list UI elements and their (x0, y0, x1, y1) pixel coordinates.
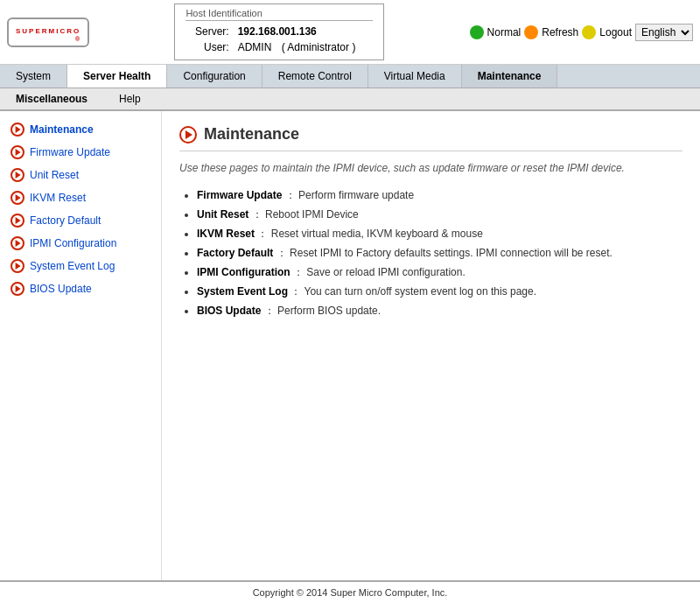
sidebar-item-unit-reset[interactable]: Unit Reset (0, 164, 161, 186)
content-area: Maintenance Use these pages to maintain … (162, 111, 700, 580)
logo: SUPERMICRO ® (7, 18, 89, 47)
ikvm-reset-arrow-icon (10, 191, 24, 205)
list-item: Firmware Update ： Perform firmware updat… (197, 188, 682, 203)
sidebar-item-ipmi-configuration[interactable]: IPMI Configuration (0, 232, 161, 255)
list-key-unit-reset: Unit Reset (197, 208, 248, 221)
list-val-factory-default: Reset IPMI to Factory defaults settings.… (290, 247, 612, 259)
firmware-update-arrow-icon (10, 145, 24, 159)
sidebar-label-ipmi-configuration: IPMI Configuration (30, 237, 116, 249)
list-item: BIOS Update ： Perform BIOS update. (197, 304, 682, 319)
list-key-factory-default: Factory Default (197, 247, 273, 259)
nav-maintenance[interactable]: Maintenance (462, 65, 558, 88)
normal-indicator-icon (470, 25, 484, 39)
nav-system[interactable]: System (0, 65, 67, 88)
list-val-system-event-log: You can turn on/off system event log on … (304, 285, 537, 298)
sidebar: Maintenance Firmware Update Unit Reset I… (0, 111, 162, 580)
list-val-firmware: Perform firmware update (298, 189, 414, 201)
content-list: Firmware Update ： Perform firmware updat… (197, 188, 682, 319)
nav-server-health[interactable]: Server Health (67, 65, 167, 88)
sidebar-label-factory-default: Factory Default (30, 214, 101, 227)
sidebar-label-unit-reset: Unit Reset (30, 169, 79, 181)
list-val-ipmi-config: Save or reload IPMI configuration. (306, 266, 465, 278)
logo-sub-text: SUPERMICRO (16, 27, 80, 35)
footer: Copyright © 2014 Super Micro Computer, I… (0, 580, 700, 603)
sidebar-label-ikvm-reset: IKVM Reset (30, 192, 86, 204)
footer-text: Copyright © 2014 Super Micro Computer, I… (253, 587, 448, 598)
list-item: Factory Default ： Reset IPMI to Factory … (197, 246, 682, 261)
content-title: Maintenance (179, 125, 682, 151)
nav-virtual-media[interactable]: Virtual Media (368, 65, 462, 88)
content-title-icon (179, 126, 197, 144)
sidebar-item-factory-default[interactable]: Factory Default (0, 209, 161, 232)
maintenance-arrow-icon (10, 123, 24, 137)
list-val-ikvm-reset: Reset virtual media, IKVM keyboard & mou… (271, 228, 483, 240)
list-item: Unit Reset ： Reboot IPMI Device (197, 207, 682, 222)
factory-default-arrow-icon (10, 214, 24, 228)
logo-super: ® (16, 36, 80, 42)
sidebar-item-maintenance[interactable]: Maintenance (0, 118, 161, 141)
list-key-ipmi-config: IPMI Configuration (197, 266, 290, 278)
nav-remote-control[interactable]: Remote Control (262, 65, 368, 88)
server-label: Server: (187, 25, 232, 39)
nav-configuration[interactable]: Configuration (167, 65, 262, 88)
sidebar-item-ikvm-reset[interactable]: IKVM Reset (0, 186, 161, 209)
header: SUPERMICRO ® Host Identification Server:… (0, 0, 700, 65)
language-select[interactable]: English (635, 24, 693, 41)
host-identification-box: Host Identification Server: 192.168.001.… (174, 4, 384, 60)
list-key-firmware: Firmware Update (197, 189, 282, 201)
list-item: IKVM Reset ： Reset virtual media, IKVM k… (197, 227, 682, 242)
sidebar-label-system-event-log: System Event Log (30, 260, 115, 272)
page-title: Maintenance (204, 125, 299, 144)
system-event-log-arrow-icon (10, 259, 24, 273)
user-value: ADMIN ( Administrator ) (234, 40, 372, 54)
sidebar-item-bios-update[interactable]: BIOS Update (0, 277, 161, 300)
list-val-bios-update: Perform BIOS update. (277, 305, 381, 317)
sidebar-label-firmware-update: Firmware Update (30, 146, 110, 158)
user-label: User: (187, 40, 232, 54)
main: Maintenance Firmware Update Unit Reset I… (0, 111, 700, 580)
server-value: 192.168.001.136 (234, 25, 372, 39)
list-val-unit-reset: Reboot IPMI Device (265, 208, 359, 221)
list-key-ikvm-reset: IKVM Reset (197, 228, 255, 240)
host-id-label: Host Identification (186, 8, 373, 21)
sub-nav-help[interactable]: Help (103, 88, 157, 109)
nav-bar: System Server Health Configuration Remot… (0, 65, 700, 88)
sub-nav-bar: Miscellaneous Help (0, 88, 700, 111)
normal-label: Normal (487, 26, 522, 39)
sidebar-label-maintenance: Maintenance (30, 123, 94, 136)
refresh-button[interactable]: Refresh (542, 26, 578, 39)
logout-button[interactable]: Logout (599, 26, 632, 39)
host-id-table: Server: 192.168.001.136 User: ADMIN ( Ad… (186, 23, 373, 56)
sidebar-item-firmware-update[interactable]: Firmware Update (0, 141, 161, 164)
sidebar-item-system-event-log[interactable]: System Event Log (0, 255, 161, 277)
logout-icon[interactable] (582, 25, 596, 39)
status-area: Normal Refresh Logout English (470, 24, 693, 41)
refresh-icon[interactable] (524, 25, 538, 39)
list-item: IPMI Configuration ： Save or reload IPMI… (197, 265, 682, 280)
bios-update-arrow-icon (10, 282, 24, 296)
content-description: Use these pages to maintain the IPMI dev… (179, 162, 682, 174)
sidebar-label-bios-update: BIOS Update (30, 283, 92, 295)
unit-reset-arrow-icon (10, 168, 24, 182)
list-item: System Event Log ： You can turn on/off s… (197, 284, 682, 299)
list-key-system-event-log: System Event Log (197, 285, 288, 298)
logo-area: SUPERMICRO ® (7, 18, 89, 47)
ipmi-config-arrow-icon (10, 236, 24, 250)
sub-nav-miscellaneous[interactable]: Miscellaneous (0, 88, 103, 109)
list-key-bios-update: BIOS Update (197, 305, 261, 317)
